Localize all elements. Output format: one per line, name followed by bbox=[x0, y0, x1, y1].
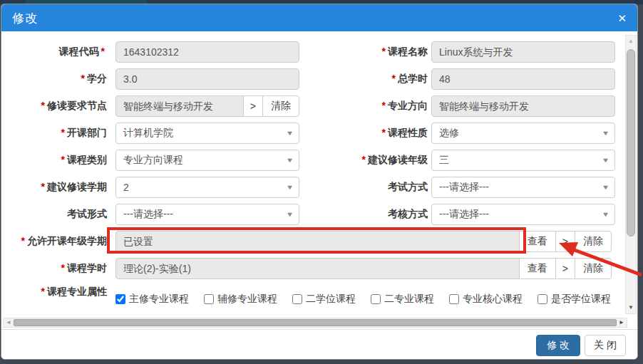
checkbox-label: 是否学位课程 bbox=[551, 293, 611, 306]
close-button[interactable]: 关 闭 bbox=[585, 335, 626, 356]
total-hours-input[interactable]: 48 bbox=[431, 68, 615, 90]
horizontal-scrollbar-thumb[interactable] bbox=[14, 319, 617, 326]
chevron-down-icon: ▼ bbox=[602, 211, 610, 218]
suggested-semester-label: *建议修读学期 bbox=[1, 181, 107, 194]
exam-method-label: 考试方式 bbox=[308, 181, 428, 194]
checkbox-label: 二专业课程 bbox=[384, 293, 434, 306]
suggested-semester-select[interactable]: 2 ▼ bbox=[115, 177, 299, 198]
checkbox-label: 辅修专业课程 bbox=[217, 293, 277, 306]
course-major-attrs-label: *课程专业属性 bbox=[1, 285, 107, 298]
selected-value: ---请选择--- bbox=[439, 181, 489, 194]
assessment-method-select[interactable]: ---请选择--- ▼ bbox=[431, 204, 615, 225]
offering-dept-label: *开课部门 bbox=[1, 127, 107, 140]
course-category-select[interactable]: 专业方向课程 ▼ bbox=[115, 150, 299, 171]
allowed-grade-semester-clear-button[interactable]: 清除 bbox=[575, 231, 612, 252]
required-asterisk: * bbox=[41, 100, 45, 111]
close-icon[interactable]: ✕ bbox=[617, 13, 627, 24]
major-direction-input[interactable]: 智能终端与移动开发 bbox=[431, 95, 615, 117]
exam-method-select[interactable]: ---请选择--- ▼ bbox=[431, 177, 615, 198]
checkbox-second-degree-course[interactable]: 二学位课程 bbox=[292, 293, 356, 306]
exam-form-select[interactable]: ---请选择--- ▼ bbox=[115, 204, 299, 225]
study-req-node-clear-button[interactable]: 清除 bbox=[262, 95, 299, 117]
scroll-right-icon[interactable]: ► bbox=[619, 318, 624, 327]
course-periods-picker-button[interactable]: > bbox=[555, 258, 575, 279]
submit-modify-button[interactable]: 修 改 bbox=[536, 335, 580, 356]
checkbox-input[interactable] bbox=[449, 294, 459, 304]
form-row-examform-assessment: 考试形式 ---请选择--- ▼ 考核方式 ---请选择--- ▼ bbox=[1, 204, 637, 225]
vertical-scrollbar[interactable]: ▲ ▼ bbox=[625, 35, 637, 314]
checkbox-second-major-course[interactable]: 二专业课程 bbox=[371, 293, 434, 306]
chevron-down-icon: ▼ bbox=[286, 211, 294, 218]
checkbox-core-major-course[interactable]: 专业核心课程 bbox=[449, 293, 523, 306]
vertical-scrollbar-thumb[interactable] bbox=[627, 49, 635, 236]
form-row-code-name: 课程代码* 1643102312 *课程名称 Linux系统与开发 bbox=[1, 41, 637, 63]
allowed-grade-semester-input[interactable]: 已设置 bbox=[115, 231, 520, 252]
selected-value: 选修 bbox=[439, 127, 459, 140]
selected-value: ---请选择--- bbox=[439, 208, 489, 221]
form-row-reqnode-direction: *修读要求节点 智能终端与移动开发 > 清除 *专业方向 智能终端与移动开发 bbox=[1, 95, 637, 117]
course-nature-label: *课程性质 bbox=[308, 127, 428, 140]
selected-value: 专业方向课程 bbox=[123, 154, 183, 167]
course-name-input[interactable]: Linux系统与开发 bbox=[431, 41, 615, 63]
suggested-grade-label: *建议修读年级 bbox=[308, 154, 428, 167]
allowed-grade-semester-label: *允许开课年级学期 bbox=[1, 235, 107, 248]
checkbox-minor-major-course[interactable]: 辅修专业课程 bbox=[204, 293, 277, 306]
checkbox-input[interactable] bbox=[292, 294, 302, 304]
chevron-down-icon: ▼ bbox=[602, 130, 610, 137]
checkbox-input[interactable] bbox=[115, 294, 125, 304]
form-row-course-periods: *课程学时 理论(2)-实验(1) 查看 > 清除 bbox=[1, 258, 637, 279]
study-req-node-input[interactable]: 智能终端与移动开发 bbox=[115, 95, 244, 117]
course-nature-select[interactable]: 选修 ▼ bbox=[431, 123, 615, 144]
required-asterisk: * bbox=[362, 154, 366, 165]
credits-label: *学分 bbox=[1, 73, 107, 85]
course-code-input[interactable]: 1643102312 bbox=[115, 41, 299, 63]
checkbox-label: 主修专业课程 bbox=[129, 293, 189, 306]
required-asterisk: * bbox=[61, 127, 65, 138]
modal-body: 课程代码* 1643102312 *课程名称 Linux系统与开发 *学分 3.… bbox=[1, 31, 637, 329]
allowed-grade-semester-picker-button[interactable]: > bbox=[555, 231, 575, 252]
horizontal-scrollbar[interactable]: ◄ ► bbox=[3, 318, 627, 328]
course-category-label: *课程类别 bbox=[1, 154, 107, 167]
scroll-down-icon[interactable]: ▼ bbox=[626, 303, 636, 313]
chevron-down-icon: ▼ bbox=[286, 157, 294, 164]
selected-value: ---请选择--- bbox=[123, 208, 173, 221]
offering-dept-select[interactable]: 计算机学院 ▼ bbox=[115, 123, 299, 144]
edit-course-modal: 修改 ✕ 课程代码* 1643102312 *课程名称 Linux系统与开发 *… bbox=[1, 4, 638, 360]
form-row-dept-nature: *开课部门 计算机学院 ▼ *课程性质 选修 ▼ bbox=[1, 123, 637, 144]
allowed-grade-semester-view-button[interactable]: 查看 bbox=[519, 231, 556, 252]
checkbox-input[interactable] bbox=[371, 294, 381, 304]
checkbox-input[interactable] bbox=[204, 294, 214, 304]
study-req-node-label: *修读要求节点 bbox=[1, 100, 107, 113]
checkbox-input[interactable] bbox=[537, 294, 547, 304]
required-asterisk: * bbox=[382, 100, 386, 111]
course-name-label: *课程名称 bbox=[308, 46, 428, 58]
required-asterisk: * bbox=[392, 73, 396, 84]
allowed-grade-semester-group: 已设置 查看 > 清除 bbox=[115, 231, 612, 252]
course-periods-view-button[interactable]: 查看 bbox=[519, 258, 556, 279]
required-asterisk: * bbox=[382, 46, 386, 57]
suggested-grade-select[interactable]: 三 ▼ bbox=[431, 150, 615, 171]
required-asterisk: * bbox=[61, 154, 65, 165]
modal-title: 修改 bbox=[12, 10, 38, 26]
form-row-allowed-grade-semester: *允许开课年级学期 已设置 查看 > 清除 bbox=[1, 231, 637, 252]
checkbox-degree-course[interactable]: 是否学位课程 bbox=[537, 293, 611, 306]
required-asterisk: * bbox=[81, 73, 85, 84]
chevron-down-icon: ▼ bbox=[286, 184, 294, 191]
checkbox-main-major-course[interactable]: 主修专业课程 bbox=[115, 293, 189, 306]
required-asterisk: * bbox=[101, 46, 105, 57]
chevron-down-icon: ▼ bbox=[286, 130, 294, 137]
chevron-down-icon: ▼ bbox=[602, 157, 610, 164]
credits-input[interactable]: 3.0 bbox=[115, 68, 299, 90]
study-req-node-picker-button[interactable]: > bbox=[243, 95, 263, 117]
screen: 修改 ✕ 课程代码* 1643102312 *课程名称 Linux系统与开发 *… bbox=[0, 0, 643, 364]
scroll-up-icon[interactable]: ▲ bbox=[626, 36, 636, 46]
course-periods-clear-button[interactable]: 清除 bbox=[575, 258, 612, 279]
exam-form-label: 考试形式 bbox=[1, 208, 107, 221]
major-attrs-checkbox-group: 主修专业课程 辅修专业课程 二学位课程 二专业课程 bbox=[115, 293, 611, 306]
required-asterisk: * bbox=[21, 235, 25, 246]
modal-header: 修改 ✕ bbox=[1, 4, 637, 31]
course-periods-input[interactable]: 理论(2)-实验(1) bbox=[115, 258, 520, 279]
course-periods-label: *课程学时 bbox=[1, 262, 107, 275]
scroll-left-icon[interactable]: ◄ bbox=[6, 318, 11, 327]
modal-footer: 修 改 关 闭 bbox=[1, 329, 637, 360]
